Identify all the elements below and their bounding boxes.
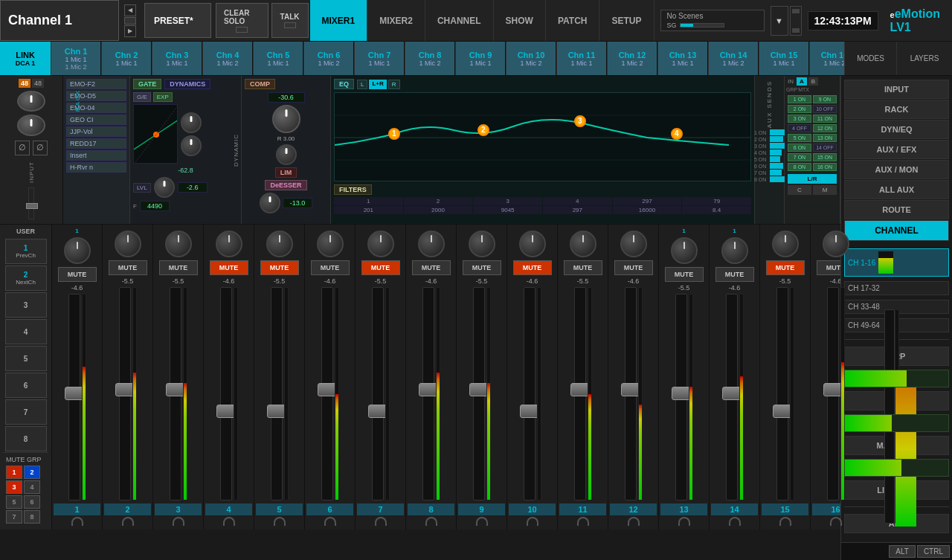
strip-12-mute[interactable]: MUTE	[614, 260, 653, 275]
ch-header-12[interactable]: Chn 12 1 Mic 2	[607, 42, 657, 75]
layer-ch17-32[interactable]: CH 17-32	[844, 281, 949, 295]
all-aux-mode-btn[interactable]: ALL AUX	[844, 180, 949, 199]
strip-15-pan[interactable]	[772, 231, 799, 257]
user-btn-8[interactable]: 8	[5, 426, 47, 451]
ch-header-5[interactable]: Chn 5 1 Mic 1	[253, 42, 303, 75]
mute-grp-4[interactable]: 4	[24, 480, 40, 494]
eq-lr-btn[interactable]: L+R	[369, 80, 386, 89]
send-3-on[interactable]: 3 ON	[788, 115, 811, 123]
send-13-on[interactable]: 13 ON	[813, 134, 837, 142]
prev-btn[interactable]: ◀	[124, 4, 136, 16]
plugin-geo-cl[interactable]: GEO CI	[66, 115, 126, 125]
dyn-btn[interactable]: DYNAMICS	[164, 79, 210, 89]
strip-11-pan[interactable]	[570, 231, 596, 257]
aux-efx-mode-btn[interactable]: AUX / EFX	[844, 140, 949, 159]
strip-3-pan[interactable]	[165, 231, 192, 257]
plugin-jjp-vol[interactable]: JJP-Vol	[66, 126, 126, 137]
mute-grp-1[interactable]: 1	[6, 466, 22, 479]
mute-grp-3[interactable]: 3	[6, 480, 22, 494]
lr-btn[interactable]: L/R	[788, 174, 837, 184]
strip-12-pan[interactable]	[620, 231, 647, 257]
strip-13-mute[interactable]: MUTE	[665, 267, 704, 282]
de-esser-knob[interactable]	[260, 193, 280, 213]
nav-mixer2[interactable]: MIXER2	[367, 0, 425, 41]
strip-9-pan[interactable]	[469, 231, 495, 257]
gate-ratio-knob[interactable]	[181, 135, 202, 156]
user-btn-6[interactable]: 6	[5, 373, 47, 398]
input-mode-btn[interactable]: INPUT	[844, 80, 949, 99]
strip-8-mute[interactable]: MUTE	[412, 260, 451, 275]
nav-show[interactable]: SHOW	[494, 0, 546, 41]
ch-header-6[interactable]: Chn 6 1 Mic 2	[303, 42, 354, 75]
send-4-off[interactable]: 4 OFF	[788, 124, 811, 132]
filters-btn[interactable]: FILTERS	[334, 184, 372, 195]
lim-btn[interactable]: LIM	[275, 167, 298, 178]
send-7-on[interactable]: 7 ON	[788, 153, 811, 161]
comp-knob-2[interactable]	[276, 144, 297, 165]
strip-6-mute[interactable]: MUTE	[311, 260, 350, 275]
send-5-on[interactable]: 5 ON	[788, 134, 811, 142]
ch-header-14[interactable]: Chn 14 1 Mic 2	[708, 42, 759, 75]
plugin-redd17[interactable]: REDD17	[66, 138, 126, 149]
channel-mode-btn[interactable]: CHANNEL	[844, 220, 949, 241]
rack-mode-btn[interactable]: RACK	[844, 100, 949, 119]
input-fader-handle[interactable]	[26, 203, 38, 209]
m-btn[interactable]: M	[813, 185, 837, 195]
send-11-on[interactable]: 11 ON	[813, 115, 837, 123]
gate-btn[interactable]: GATE	[133, 79, 161, 89]
strip-1-pan[interactable]	[64, 237, 91, 264]
send-9-on[interactable]: 9 ON	[813, 95, 837, 103]
send-8-on[interactable]: 8 ON	[788, 163, 811, 171]
g-e-btn[interactable]: G/E	[133, 92, 151, 102]
strip-11-mute[interactable]: MUTE	[564, 260, 602, 275]
comp-knob-1[interactable]	[272, 105, 300, 133]
scene-down-btn[interactable]: ▼	[771, 6, 788, 36]
strip-2-pan[interactable]	[115, 231, 141, 257]
alt-btn[interactable]: ALT	[889, 545, 916, 558]
ch-header-9[interactable]: Chn 9 1 Mic 1	[455, 42, 506, 75]
de-esser-btn[interactable]: DeESSER	[265, 180, 306, 190]
ch-header-3[interactable]: Chn 3 1 Mic 1	[152, 42, 202, 75]
input-gain-knob[interactable]	[17, 91, 45, 112]
slider-mini[interactable]	[124, 17, 136, 25]
mute-grp-5[interactable]: 5	[6, 495, 22, 509]
ch-header-7[interactable]: Chn 7 1 Mic 1	[354, 42, 405, 75]
route-mode-btn[interactable]: ROUTE	[844, 200, 949, 219]
input-trim-knob[interactable]	[17, 115, 45, 135]
send-14-off[interactable]: 14 OFF	[813, 144, 837, 152]
ch-header-8[interactable]: Chn 8 1 Mic 2	[405, 42, 455, 75]
user-btn-7[interactable]: 7	[5, 399, 47, 425]
strip-2-mute[interactable]: MUTE	[109, 260, 147, 275]
lvl-knob[interactable]	[154, 177, 175, 198]
plugin-emo-f2[interactable]: EMO-F2	[66, 79, 126, 89]
routing-a-btn[interactable]: A	[797, 77, 807, 86]
strip-14-mute[interactable]: MUTE	[715, 267, 754, 282]
ch-header-13[interactable]: Chn 13 1 Mic 1	[657, 42, 708, 75]
strip-10-pan[interactable]	[519, 231, 546, 257]
strip-7-mute[interactable]: MUTE	[361, 260, 400, 275]
strip-3-mute[interactable]: MUTE	[159, 260, 198, 275]
strip-13-pan[interactable]	[671, 237, 698, 264]
ch-header-16[interactable]: Chn 16 1 Mic 2	[809, 42, 844, 75]
mute-grp-7[interactable]: 7	[6, 510, 22, 524]
strip-4-mute[interactable]: MUTE	[210, 260, 248, 275]
strip-4-pan[interactable]	[216, 231, 242, 257]
mute-grp-2[interactable]: 2	[24, 466, 40, 479]
eq-label-btn[interactable]: EQ	[334, 79, 354, 89]
ch-header-4[interactable]: Chn 4 1 Mic 2	[202, 42, 253, 75]
send-2-on[interactable]: 2 ON	[788, 105, 811, 113]
next-btn[interactable]: ▶	[124, 25, 136, 37]
send-16-on[interactable]: 16 ON	[813, 163, 837, 171]
comp-btn[interactable]: COMP	[245, 79, 275, 89]
strip-15-mute[interactable]: MUTE	[766, 260, 805, 275]
nav-setup[interactable]: SETUP	[599, 0, 654, 41]
strip-16-pan[interactable]	[823, 231, 849, 257]
eq-r-btn[interactable]: R	[388, 80, 400, 89]
ch-header-2[interactable]: Chn 2 1 Mic 1	[101, 42, 152, 75]
layer-ch1-16[interactable]: CH 1-16	[844, 248, 949, 277]
plugin-h-rvr[interactable]: H-Rvr n	[66, 162, 126, 173]
send-10-off[interactable]: 10 OFF	[813, 105, 837, 113]
user-btn-5[interactable]: 5	[5, 346, 47, 371]
preset-block[interactable]: PRESET*	[144, 3, 211, 38]
c-btn[interactable]: C	[788, 185, 811, 195]
